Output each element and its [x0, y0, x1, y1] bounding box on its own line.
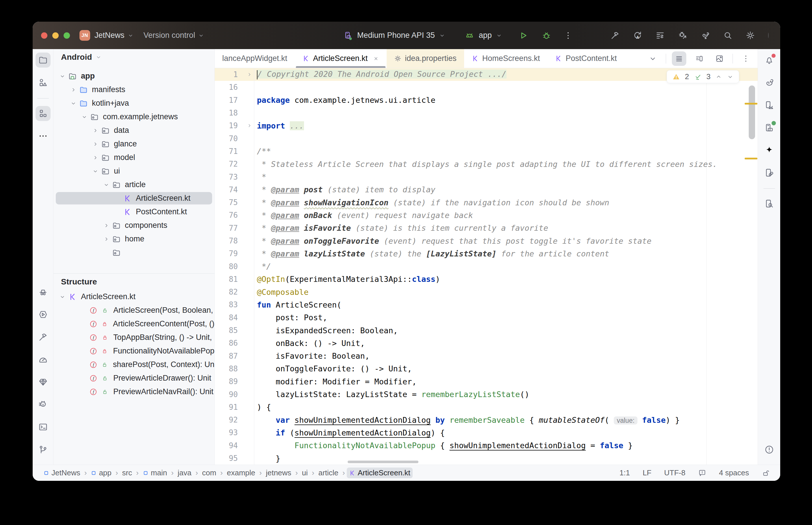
code-line-83[interactable]: 83fun ArticleScreen( [215, 298, 758, 311]
fold-arrow-icon[interactable] [247, 123, 252, 129]
gradle-icon[interactable] [762, 75, 777, 90]
toolwindows-button[interactable] [655, 31, 665, 40]
editor-vertical-scrollbar[interactable] [749, 86, 755, 139]
code-line-74[interactable]: 74 * @param post (state) item to display [215, 183, 758, 196]
tree-item-manifests[interactable]: manifests [54, 83, 215, 96]
minimize-window-button[interactable] [52, 32, 59, 39]
tree-item-model[interactable]: model [54, 151, 215, 164]
indent-widget[interactable]: 4 spaces [719, 468, 749, 477]
vcs-menu[interactable]: Version control [144, 31, 195, 40]
inspection-profile-icon[interactable] [698, 469, 706, 477]
warning-stripe-mark[interactable] [745, 103, 757, 105]
breadcrumb-item-article[interactable]: article [316, 467, 341, 478]
code-line-94[interactable]: 94 FunctionalityNotAvailablePopup { show… [215, 439, 758, 452]
code-line-78[interactable]: 78 * @param onToggleFavorite (event) req… [215, 235, 758, 247]
split-view-button[interactable] [692, 51, 707, 66]
tree-item-articlescreen-kt[interactable]: ArticleScreen.kt [54, 192, 215, 205]
breadcrumb-item-com[interactable]: com [200, 467, 219, 478]
tab-postcontent-kt[interactable]: PostContent.kt [547, 49, 624, 68]
code-line-75[interactable]: 75 * @param showNavigationIcon (state) i… [215, 196, 758, 209]
tree-item-glance[interactable]: glance [54, 137, 215, 151]
unlock-icon[interactable] [762, 469, 770, 477]
chevron-down-icon[interactable] [58, 73, 67, 79]
apply-changes-button[interactable]: A [633, 31, 643, 40]
code-line-18[interactable]: 18 [215, 107, 758, 119]
chevron-down-icon[interactable] [646, 51, 660, 66]
structure-root[interactable]: ArticleScreen.kt [54, 290, 215, 303]
structure-icon[interactable] [35, 106, 50, 121]
chevron-right-icon[interactable] [102, 222, 111, 229]
code-line-84[interactable]: 84 post: Post, [215, 311, 758, 324]
breadcrumb-item-ui[interactable]: ui [300, 467, 310, 478]
running-devices-icon[interactable] [762, 120, 777, 135]
code-line-91[interactable]: 91) { [215, 401, 758, 414]
code-line-89[interactable]: 89 modifier: Modifier = Modifier, [215, 375, 758, 388]
line-ending-widget[interactable]: LF [643, 468, 651, 477]
breadcrumb-item-jetnews[interactable]: JetNews [41, 467, 83, 478]
chevron-down-icon[interactable] [69, 100, 78, 107]
window-controls[interactable] [41, 32, 70, 39]
structure-item[interactable]: fPreviewArticleNavRail(): Unit [54, 385, 215, 399]
avatar[interactable] [768, 33, 769, 38]
power-profiler-icon[interactable] [35, 352, 50, 367]
settings-button[interactable] [745, 31, 755, 40]
more-icon[interactable] [739, 51, 753, 66]
chevron-right-icon[interactable] [91, 127, 100, 134]
code-line-81[interactable]: 81@OptIn(ExperimentalMaterial3Api::class… [215, 273, 758, 286]
code-line-95[interactable]: 95 } [215, 452, 758, 465]
chevron-down-icon[interactable] [91, 168, 100, 175]
tree-item-ui[interactable]: ui [54, 164, 215, 178]
code-line-73[interactable]: 73 * [215, 170, 758, 183]
attach-debugger-button[interactable] [678, 31, 688, 40]
warning-stripe-mark[interactable] [745, 158, 757, 160]
breadcrumb-item-jetnews[interactable]: jetnews [264, 467, 294, 478]
code-line-88[interactable]: 88 onToggleFavorite: () -> Unit, [215, 362, 758, 375]
breadcrumb-item-app[interactable]: app [88, 467, 114, 478]
code-line-71[interactable]: 71/** [215, 145, 758, 158]
terminal-icon[interactable] [35, 420, 50, 435]
code-line-85[interactable]: 85 isExpandedScreen: Boolean, [215, 324, 758, 337]
encoding-widget[interactable]: UTF-8 [664, 468, 685, 477]
more-actions-button[interactable] [563, 31, 573, 40]
breadcrumb-item-java[interactable]: java [175, 467, 194, 478]
tree-item-com-example-jetnews[interactable]: com.example.jetnews [54, 110, 215, 124]
device-explorer-icon[interactable] [762, 196, 777, 211]
breadcrumb-item-example[interactable]: example [224, 467, 257, 478]
build-toolwindow-icon[interactable] [35, 330, 50, 345]
notifications-icon[interactable] [762, 52, 777, 68]
code-line-93[interactable]: 93 if (showUnimplementedActionDialog) { [215, 426, 758, 439]
tree-item-home[interactable]: home [54, 232, 215, 246]
project-icon[interactable] [35, 52, 50, 68]
structure-item[interactable]: fsharePost(Post, Context): Un [54, 358, 215, 371]
close-window-button[interactable] [41, 32, 47, 39]
debug-button[interactable] [542, 31, 551, 41]
gradle-sync-button[interactable] [700, 31, 710, 40]
structure-item[interactable]: fPreviewArticleDrawer(): Unit [54, 371, 215, 385]
code-view-button[interactable] [672, 51, 686, 66]
code-line-92[interactable]: 92 var showUnimplementedActionDialog by … [215, 414, 758, 426]
app-inspection-icon[interactable] [35, 284, 50, 299]
structure-item[interactable]: fArticleScreen(Post, Boolean, [54, 303, 215, 317]
breadcrumb-item-src[interactable]: src [120, 467, 134, 478]
zoom-window-button[interactable] [63, 32, 70, 39]
tree-item-data[interactable]: data [54, 124, 215, 137]
device-mirror-icon[interactable] [762, 165, 777, 180]
next-problem-button[interactable] [727, 73, 734, 80]
chevron-right-icon[interactable] [69, 87, 78, 93]
project-view-header[interactable]: Android [54, 49, 215, 65]
chevron-down-icon[interactable] [102, 182, 111, 188]
code-line-70[interactable]: 70 [215, 132, 758, 145]
code-line-82[interactable]: 82@Composable [215, 286, 758, 298]
structure-item[interactable]: fArticleScreenContent(Post, () [54, 317, 215, 331]
problems-icon[interactable] [762, 442, 777, 457]
code-line-90[interactable]: 90 lazyListState: LazyListState = rememb… [215, 388, 758, 401]
tree-item-components[interactable]: components [54, 219, 215, 232]
tree-item-postcontent-kt[interactable]: PostContent.kt [54, 205, 215, 219]
run-button[interactable] [518, 31, 528, 41]
code-line-19[interactable]: 19import ... [215, 119, 758, 132]
chevron-right-icon[interactable] [91, 154, 100, 161]
prev-problem-button[interactable] [715, 73, 722, 80]
fold-arrow-icon[interactable] [247, 72, 252, 77]
device-manager-icon[interactable] [762, 97, 777, 112]
chevron-right-icon[interactable] [91, 141, 100, 147]
